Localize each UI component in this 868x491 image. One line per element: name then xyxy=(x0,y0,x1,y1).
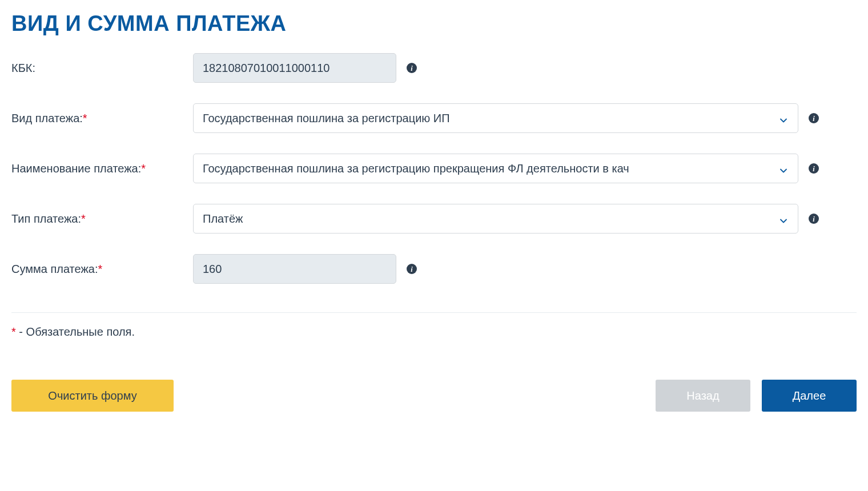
clear-button[interactable]: Очистить форму xyxy=(11,380,174,412)
payment-sum-input xyxy=(193,254,396,284)
payment-kind-select[interactable]: Государственная пошлина за регистрацию И… xyxy=(193,103,798,133)
svg-text:i: i xyxy=(411,65,413,73)
row-payment-type: Тип платежа:* Платёж i xyxy=(11,204,857,234)
label-payment-sum: Сумма платежа:* xyxy=(11,263,193,276)
chevron-down-icon xyxy=(779,164,787,172)
row-kbk: КБК: i xyxy=(11,53,857,83)
chevron-down-icon xyxy=(779,114,787,122)
info-icon[interactable]: i xyxy=(809,113,819,123)
page-title: ВИД И СУММА ПЛАТЕЖА xyxy=(11,11,857,36)
label-payment-kind: Вид платежа:* xyxy=(11,112,193,125)
next-button[interactable]: Далее xyxy=(762,380,857,412)
divider xyxy=(11,312,857,313)
back-button: Назад xyxy=(656,380,750,412)
info-icon[interactable]: i xyxy=(809,163,819,174)
button-row: Очистить форму Назад Далее xyxy=(11,380,857,412)
payment-name-select[interactable]: Государственная пошлина за регистрацию п… xyxy=(193,154,798,183)
row-payment-name: Наименование платежа:* Государственная п… xyxy=(11,154,857,183)
chevron-down-icon xyxy=(779,215,787,223)
row-payment-kind: Вид платежа:* Государственная пошлина за… xyxy=(11,103,857,133)
row-payment-sum: Сумма платежа:* i xyxy=(11,254,857,284)
info-icon[interactable]: i xyxy=(407,63,417,73)
label-payment-name: Наименование платежа:* xyxy=(11,162,193,175)
info-icon[interactable]: i xyxy=(809,214,819,224)
svg-text:i: i xyxy=(411,265,413,273)
info-icon[interactable]: i xyxy=(407,264,417,274)
required-footnote: * - Обязательные поля. xyxy=(11,325,857,339)
label-payment-type: Тип платежа:* xyxy=(11,212,193,226)
svg-text:i: i xyxy=(813,115,815,123)
payment-type-select[interactable]: Платёж xyxy=(193,204,798,234)
svg-text:i: i xyxy=(813,215,815,223)
kbk-input xyxy=(193,53,396,83)
label-kbk: КБК: xyxy=(11,62,193,75)
svg-text:i: i xyxy=(813,165,815,173)
